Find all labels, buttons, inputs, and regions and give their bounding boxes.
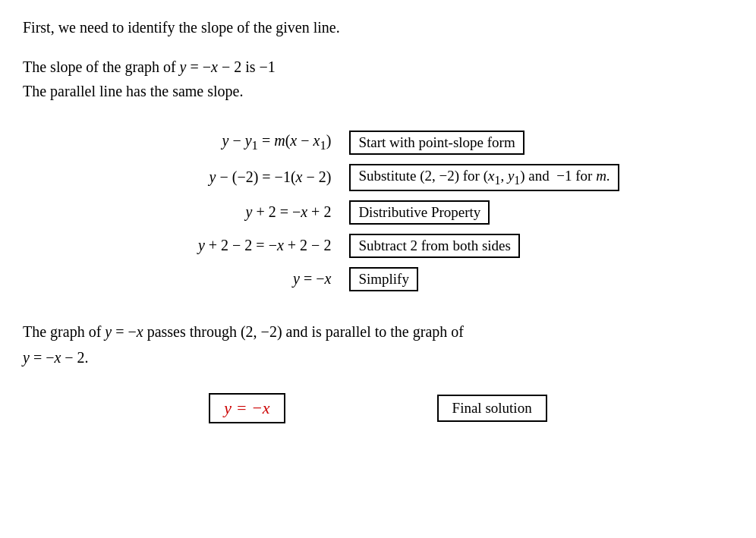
- step-row-2: y − (−2) = −1(x − 2) Substitute (2, −2) …: [128, 159, 628, 196]
- step-label-3: Distributive Property: [340, 196, 628, 229]
- intro-paragraph: First, we need to identify the slope of …: [23, 15, 733, 39]
- step-5-box: Simplify: [349, 267, 418, 291]
- step-eq-2: y − (−2) = −1(x − 2): [128, 159, 340, 196]
- step-row-5: y = −x Simplify: [128, 263, 628, 296]
- slope-line1: The slope of the graph of y = −x − 2 is …: [23, 55, 733, 79]
- step-4-box: Subtract 2 from both sides: [349, 234, 520, 258]
- step-eq-1: y − y1 = m(x − x1): [128, 126, 340, 159]
- conclusion-block: The graph of y = −x passes through (2, −…: [23, 319, 733, 370]
- step-label-1: Start with point-slope form: [340, 126, 628, 159]
- step-eq-5: y = −x: [128, 263, 340, 296]
- step-eq-3: y + 2 = −x + 2: [128, 196, 340, 229]
- step-row-4: y + 2 − 2 = −x + 2 − 2 Subtract 2 from b…: [128, 229, 628, 263]
- slope-line2: The parallel line has the same slope.: [23, 79, 733, 103]
- step-eq-4: y + 2 − 2 = −x + 2 − 2: [128, 229, 340, 263]
- final-equation-box: y = −x: [209, 393, 285, 423]
- conclusion-line2: y = −x − 2.: [23, 345, 733, 370]
- intro-text: First, we need to identify the slope of …: [23, 15, 733, 39]
- step-1-box: Start with point-slope form: [349, 131, 524, 155]
- step-row-3: y + 2 = −x + 2 Distributive Property: [128, 196, 628, 229]
- step-label-2: Substitute (2, −2) for (x1, y1) and −1 f…: [340, 159, 628, 196]
- conclusion-line1: The graph of y = −x passes through (2, −…: [23, 319, 733, 345]
- step-row-1: y − y1 = m(x − x1) Start with point-slop…: [128, 126, 628, 159]
- slope-info-block: The slope of the graph of y = −x − 2 is …: [23, 55, 733, 103]
- step-label-5: Simplify: [340, 263, 628, 296]
- final-row: y = −x Final solution: [23, 393, 733, 423]
- step-2-box: Substitute (2, −2) for (x1, y1) and −1 f…: [349, 164, 619, 191]
- steps-table: y − y1 = m(x − x1) Start with point-slop…: [128, 126, 628, 296]
- step-label-4: Subtract 2 from both sides: [340, 229, 628, 263]
- step-3-box: Distributive Property: [349, 200, 490, 225]
- final-solution-box: Final solution: [437, 395, 547, 422]
